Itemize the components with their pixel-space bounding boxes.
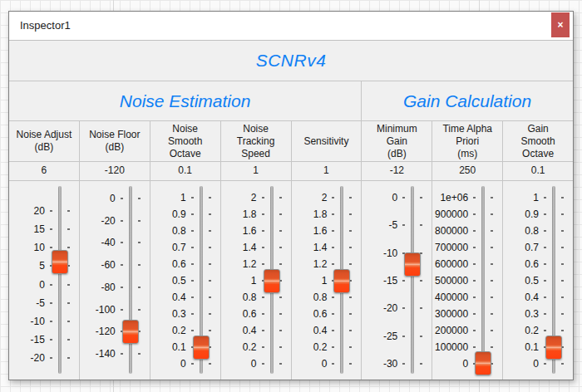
tick-label: 0 [434,358,468,370]
tick-mark-right [349,197,352,198]
tick-mark-right [349,313,352,315]
tick-mark-right [279,230,282,232]
slider-handle-noise-smooth-octave[interactable] [193,336,210,360]
tick-mark-right [138,220,141,222]
slider-handle-gain-smooth-octave[interactable] [545,336,562,360]
slider-handle-sensitivity[interactable] [333,269,350,293]
tick-mark-right [491,280,493,282]
tick-mark-right [349,230,352,232]
tick-mark-left [402,307,405,309]
slider-handle-minimum-gain[interactable] [404,252,421,277]
tick-label: -100 [81,304,116,316]
tick-mark-right [349,213,352,215]
slider-gain-smooth-octave: 10.90.80.70.60.50.40.30.20.10 [503,181,573,380]
slider-track[interactable] [129,186,132,374]
column-header-line: (dB) [105,141,124,154]
tick-label: 0.6 [505,258,539,270]
tick-mark-left [473,280,476,282]
tick-mark-left [402,363,405,365]
tick-mark-left [473,330,476,331]
tick-mark-right [279,213,282,215]
tick-mark-left [544,330,546,331]
tick-label: 0.4 [152,292,186,303]
tick-label: 10 [11,242,45,253]
tick-mark-right [138,309,141,311]
tick-mark-left [544,313,546,315]
slider-track[interactable] [411,186,414,374]
tick-label: 400000 [434,292,468,303]
sections-row: Noise Estimation Gain Calculation [9,81,573,121]
tick-mark-right [491,197,493,198]
tick-mark-left [332,363,334,365]
tick-label: 700000 [434,242,468,253]
close-button[interactable]: × [551,12,570,37]
slider-minimum-gain: 0-5-10-15-20-25-30 [362,181,432,380]
slider-handle-time-alpha-priori[interactable] [475,351,491,375]
tick-mark-left [544,263,546,265]
column-header-line: Noise [243,123,269,135]
tick-label: 0.8 [293,292,328,303]
desktop-grid-background: { "window": { "title": "Inspector1", "cl… [0,0,582,392]
tick-label: 0.2 [293,341,328,353]
tick-label: 600000 [434,258,468,270]
tick-mark-right [420,307,422,309]
tick-mark-left [191,263,194,265]
column-header-noise-tracking-speed: NoiseTrackingSpeed [221,121,292,161]
tick-mark-right [491,296,493,298]
tick-mark-right [491,230,493,232]
tick-mark-left [50,321,52,322]
tick-mark-left [473,313,476,315]
tick-mark-left [332,296,334,298]
tick-mark-right [561,363,564,365]
slider-track[interactable] [481,186,485,374]
column-header-noise-adjust: Noise Adjust(dB) [9,121,80,161]
tick-mark-right [209,330,211,331]
tick-mark-right [561,230,564,232]
tick-label: 800000 [434,225,468,237]
tick-mark-right [349,263,352,265]
tick-mark-right [349,296,352,298]
tick-label: -40 [81,237,116,248]
tick-label: 1.8 [293,208,328,220]
tick-mark-right [138,287,141,288]
tick-mark-left [262,346,264,348]
titlebar[interactable]: Inspector1 × [9,12,573,41]
tick-mark-left [262,263,264,265]
tick-label: 1.2 [293,258,328,270]
tick-label: -20 [81,215,116,227]
tick-mark-right [209,263,211,265]
tick-label: 1 [152,192,186,203]
tick-mark-right [420,224,422,226]
slider-handle-noise-floor[interactable] [122,320,139,344]
tick-label: 0.9 [505,208,539,220]
tick-mark-right [138,198,141,199]
slider-handle-noise-tracking-speed[interactable] [264,269,280,293]
tick-mark-right [67,284,70,286]
slider-time-alpha-priori: 1e+0690000080000070000060000050000040000… [432,181,503,380]
tick-label: 0.1 [505,341,539,353]
tick-label: 20 [11,205,45,217]
tick-mark-left [50,357,52,359]
tick-label: -140 [81,348,116,360]
section-noise-estimation: Noise Estimation [9,81,362,120]
column-header-line: Time Alpha [442,123,492,135]
column-header-line: Tracking [237,135,275,148]
slider-track[interactable] [58,186,62,374]
tick-mark-right [491,346,493,348]
slider-handle-noise-adjust[interactable] [52,250,68,274]
slider-noise-floor: 0-20-40-60-80-100-120-140 [80,181,150,380]
value-gain-smooth-octave: 0.1 [503,162,573,180]
tick-label: 0.6 [223,308,257,320]
tick-mark-left [332,213,334,215]
tick-mark-right [67,210,70,212]
tick-mark-right [67,228,70,230]
tick-label: 0 [363,192,397,203]
section-label: Noise Estimation [120,91,251,111]
tick-mark-right [491,313,493,315]
slider-noise-smooth-octave: 10.90.80.70.60.50.40.30.20.10 [150,181,221,380]
column-headers-row: Noise Adjust(dB)Noise Floor(dB)NoiseSmoo… [9,121,573,162]
column-header-line: Noise Adjust [17,129,72,141]
tick-label: 100000 [434,341,468,353]
tick-mark-right [209,230,211,232]
tick-label: 0.6 [152,258,186,270]
